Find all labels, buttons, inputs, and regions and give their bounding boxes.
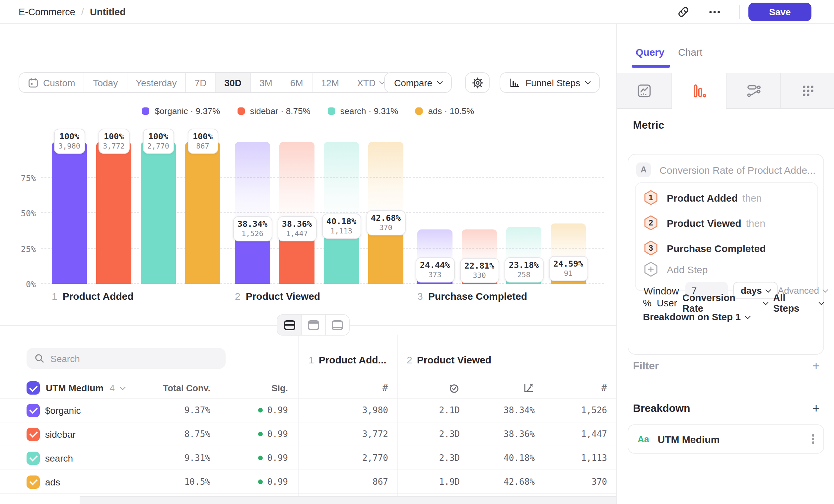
add-step-label: Add Step: [667, 264, 708, 275]
group-number: 1: [309, 354, 314, 365]
add-breakdown-button[interactable]: +: [809, 401, 823, 414]
table-view-button[interactable]: [325, 315, 349, 335]
metric-summary[interactable]: A Conversion Rate of Product Adde...: [636, 160, 815, 180]
chevron-down-icon: [745, 313, 751, 319]
metric-section-title: Metric: [633, 119, 664, 131]
chart-settings-button[interactable]: [465, 72, 490, 93]
range-tab-custom[interactable]: Custom: [19, 73, 84, 92]
hash-icon: #: [601, 382, 607, 394]
funnel-step-3[interactable]: 3 Purchase Completed: [643, 240, 766, 256]
count-column-header[interactable]: #: [288, 382, 388, 394]
legend-label: sidebar · 8.75%: [250, 106, 310, 116]
group-name: Product Viewed: [417, 354, 492, 365]
table-row-ads[interactable]: ads10.5%0.998671.9D42.68%370: [0, 470, 616, 494]
add-step-hexagon-icon: [643, 261, 658, 277]
sig-value: 0.99: [267, 453, 288, 463]
breakdown-on-step-select[interactable]: Breakdown on Step 1: [643, 312, 750, 322]
flow-chart-tab[interactable]: [726, 73, 780, 109]
funnel-step-1[interactable]: 1 Product Added then: [643, 190, 762, 206]
row-checkbox[interactable]: [26, 404, 40, 417]
compare-button[interactable]: Compare: [384, 72, 452, 93]
line-chart-tab[interactable]: [617, 73, 672, 109]
date-range-tabs: CustomTodayYesterday7D30D3M6M12MXTD: [19, 72, 393, 93]
tab-query[interactable]: Query: [636, 46, 664, 58]
tab-chart[interactable]: Chart: [678, 46, 702, 58]
chart-view-button[interactable]: [301, 315, 325, 335]
funnel-bar-sidebar[interactable]: [96, 142, 131, 284]
table-row-organic[interactable]: $organic9.37%0.993,9802.1D38.34%1,526: [0, 398, 616, 422]
legend-item-organic[interactable]: $organic · 9.37%: [142, 106, 220, 116]
range-tab-30d[interactable]: 30D: [215, 73, 250, 92]
table-row-search[interactable]: search9.31%0.992,7702.3D40.18%1,113: [0, 446, 616, 470]
save-button[interactable]: Save: [748, 3, 811, 21]
app: E-Commerce / Untitled ••• Save CustomTod…: [0, 0, 834, 504]
bar-count: 373: [420, 271, 450, 279]
bar-count: 258: [509, 271, 539, 279]
breakdown-property-card[interactable]: Aa UTM Medium: [628, 425, 824, 454]
flow-icon: [746, 83, 761, 98]
search-input[interactable]: [50, 353, 218, 364]
range-tab-label: Today: [93, 77, 118, 88]
table-row-sidebar[interactable]: sidebar8.75%0.993,7722.3D38.36%1,447: [0, 422, 616, 446]
bar-pct: 23.18%: [509, 260, 539, 271]
range-tab-7d[interactable]: 7D: [185, 73, 215, 92]
range-tab-label: 7D: [195, 77, 207, 88]
table-scroll-strip[interactable]: [80, 496, 616, 504]
add-filter-button[interactable]: +: [809, 359, 823, 372]
funnel-bar-organic[interactable]: [52, 142, 87, 284]
conversion-column-header[interactable]: [460, 382, 535, 394]
range-tab-today[interactable]: Today: [84, 73, 126, 92]
all-steps-select[interactable]: All Steps: [773, 293, 814, 314]
row-step2-count: 1,447: [535, 429, 607, 439]
step-event-name: Product Viewed: [667, 217, 742, 228]
breadcrumb-current[interactable]: Untitled: [90, 7, 126, 17]
funnel-bar-search[interactable]: [141, 142, 176, 284]
row-checkbox[interactable]: [26, 475, 40, 488]
funnel-chart-tab[interactable]: [672, 73, 726, 109]
retention-grid-tab[interactable]: [780, 73, 834, 109]
bar-count: 370: [371, 223, 401, 232]
bar-value-label: 38.36%1,447: [277, 216, 316, 242]
row-checkbox[interactable]: [26, 451, 40, 464]
more-actions-button[interactable]: •••: [706, 3, 725, 21]
bar-value-label: 38.34%1,526: [233, 216, 272, 242]
range-tab-6m[interactable]: 6M: [281, 73, 312, 92]
range-tab-yesterday[interactable]: Yesterday: [126, 73, 185, 92]
split-view-icon: [284, 320, 295, 330]
add-step-button[interactable]: Add Step: [643, 261, 708, 277]
step-badge-number: 2: [643, 215, 658, 231]
row-checkbox[interactable]: [26, 428, 40, 441]
legend-item-ads[interactable]: ads · 10.5%: [415, 106, 474, 116]
share-link-button[interactable]: [674, 3, 693, 21]
range-tab-12m[interactable]: 12M: [312, 73, 348, 92]
hash-icon: #: [382, 382, 388, 394]
chevron-down-icon: [766, 287, 771, 293]
step-badge-number: 1: [643, 190, 658, 206]
select-all-checkbox[interactable]: [26, 381, 40, 395]
funnel-step-2[interactable]: 2 Product Viewed then: [643, 215, 765, 231]
search-icon: [35, 353, 44, 363]
sig-header[interactable]: Sig.: [210, 383, 288, 393]
sig-dot-icon: [258, 408, 262, 412]
total-conv-header[interactable]: Total Conv.: [153, 383, 210, 393]
kebab-menu-icon[interactable]: [812, 438, 814, 440]
count2-column-header[interactable]: #: [535, 382, 607, 394]
conversion-rate-select[interactable]: Conversion Rate: [682, 293, 759, 314]
bar-count: 2,770: [147, 142, 169, 151]
time-column-header[interactable]: [388, 382, 460, 394]
funnel-bar-ads[interactable]: [185, 142, 220, 284]
dimension-header[interactable]: UTM Medium 4: [26, 381, 153, 395]
legend-item-sidebar[interactable]: sidebar · 8.75%: [237, 106, 310, 116]
row-step2-time: 2.1D: [388, 405, 460, 415]
user-label[interactable]: User: [657, 298, 677, 308]
range-tab-3m[interactable]: 3M: [250, 73, 281, 92]
chart-type-selector[interactable]: Funnel Steps: [500, 72, 599, 93]
column-divider: [298, 335, 299, 504]
split-view-button[interactable]: [277, 315, 301, 335]
row-name: ads: [45, 477, 153, 487]
legend-item-search[interactable]: search · 9.31%: [328, 106, 398, 116]
breadcrumb-parent[interactable]: E-Commerce: [19, 7, 75, 17]
step-name: Product Viewed: [246, 291, 321, 302]
bar-value-label: 100%3,980: [54, 129, 85, 154]
legend-swatch: [237, 108, 244, 115]
